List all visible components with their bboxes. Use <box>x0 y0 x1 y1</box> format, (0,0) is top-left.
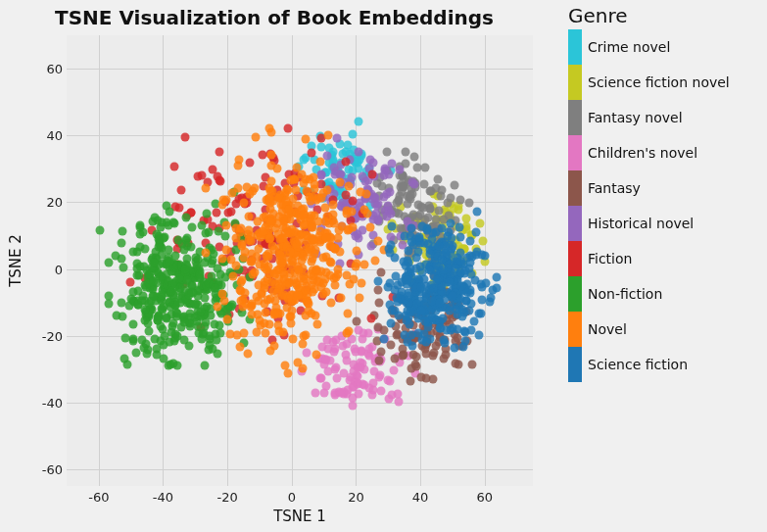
data-point <box>312 350 321 359</box>
data-point <box>477 309 486 317</box>
data-point <box>201 249 210 258</box>
data-point <box>377 267 386 276</box>
legend-label: Science fiction novel <box>588 74 730 90</box>
y-tick: -20 <box>29 328 63 343</box>
data-point <box>278 233 287 242</box>
data-point <box>473 207 482 216</box>
legend-item: Science fiction novel <box>568 65 764 100</box>
data-point <box>117 299 125 308</box>
x-axis-label: TSNE 1 <box>67 508 533 525</box>
data-point <box>414 232 423 241</box>
legend-swatch <box>568 312 582 347</box>
data-point <box>493 284 502 293</box>
data-point <box>450 180 458 189</box>
data-point <box>374 237 383 246</box>
data-point <box>261 318 269 327</box>
data-point <box>300 220 309 229</box>
data-point <box>120 263 128 271</box>
data-point <box>373 201 382 210</box>
data-point <box>126 277 135 286</box>
data-point <box>288 306 297 314</box>
data-point <box>422 337 431 346</box>
data-point <box>341 191 350 200</box>
data-point <box>274 213 283 221</box>
data-point <box>307 149 315 158</box>
x-tick: -60 <box>88 490 109 505</box>
data-point <box>462 225 471 234</box>
data-point <box>436 323 445 332</box>
data-point <box>386 377 395 386</box>
data-point <box>380 170 389 179</box>
legend-item: Non-fiction <box>568 276 764 312</box>
data-point <box>356 187 364 196</box>
data-point <box>284 205 293 214</box>
data-point <box>294 202 303 211</box>
data-point <box>191 301 200 310</box>
data-point <box>261 278 269 287</box>
data-point <box>403 337 411 346</box>
data-point <box>368 169 377 178</box>
data-point <box>342 158 351 167</box>
data-point <box>355 147 363 156</box>
data-point <box>176 185 185 194</box>
data-point <box>234 161 243 169</box>
data-point <box>180 266 189 274</box>
data-point <box>374 298 383 307</box>
data-point <box>360 261 369 269</box>
data-point <box>244 213 253 221</box>
data-point <box>246 159 255 168</box>
data-point <box>417 202 426 211</box>
data-point <box>202 209 211 218</box>
data-point <box>349 223 358 232</box>
data-point <box>344 309 353 317</box>
data-point <box>216 176 224 185</box>
data-point <box>264 250 272 259</box>
data-point <box>281 196 290 205</box>
data-point <box>380 335 389 344</box>
data-point <box>128 288 137 297</box>
data-point <box>365 384 374 393</box>
legend-title: Genre <box>568 4 628 27</box>
data-point <box>227 207 236 216</box>
data-point <box>444 198 453 207</box>
data-point <box>141 282 150 291</box>
data-point <box>348 197 357 206</box>
legend-label: Science fiction <box>588 357 688 372</box>
data-point <box>475 330 484 339</box>
data-point <box>216 148 224 157</box>
data-point <box>302 175 311 184</box>
data-point <box>343 339 352 348</box>
data-point <box>104 300 113 309</box>
data-point <box>132 259 141 267</box>
data-point <box>470 316 479 325</box>
data-point <box>135 229 144 238</box>
data-point <box>267 150 276 159</box>
data-point <box>239 198 248 207</box>
data-point <box>247 311 256 319</box>
legend-item: Fantasy novel <box>568 100 764 135</box>
data-point <box>243 350 252 359</box>
data-point <box>265 218 274 226</box>
data-point <box>394 298 403 307</box>
legend-item: Science fiction <box>568 347 764 382</box>
data-point <box>300 156 309 165</box>
data-point <box>191 254 200 263</box>
y-tick: 0 <box>29 262 63 276</box>
data-point <box>129 335 138 344</box>
data-point <box>333 233 342 242</box>
data-point <box>201 293 210 302</box>
data-point <box>457 305 466 314</box>
data-point <box>286 248 295 257</box>
data-point <box>259 227 267 236</box>
data-point <box>464 199 473 208</box>
y-axis-label: TSNE 2 <box>6 35 25 486</box>
data-point <box>375 356 384 364</box>
data-point <box>236 277 245 286</box>
data-point <box>461 337 470 346</box>
data-point <box>165 258 173 266</box>
data-point <box>293 359 302 367</box>
data-point <box>337 389 346 398</box>
data-point <box>331 280 340 289</box>
data-point <box>455 196 464 205</box>
data-point <box>321 233 330 242</box>
